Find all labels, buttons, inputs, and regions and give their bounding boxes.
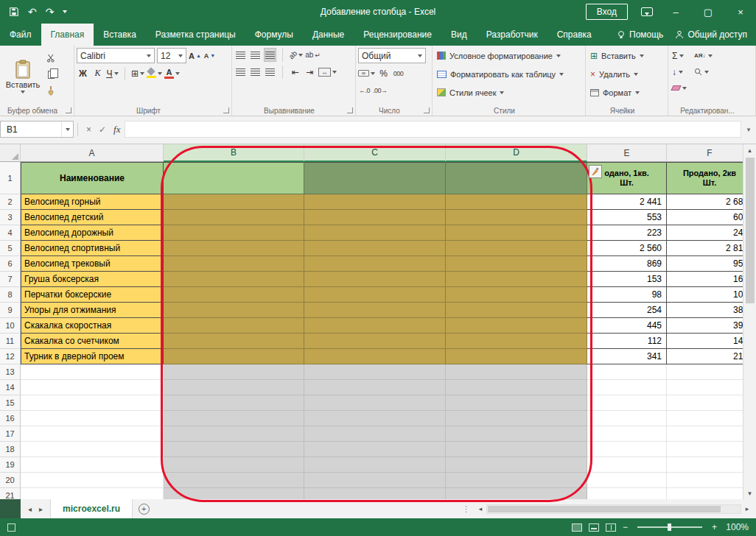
horizontal-scrollbar[interactable]: ◂ ▸ bbox=[475, 499, 756, 518]
cell-empty[interactable] bbox=[667, 411, 743, 426]
row-header[interactable]: 13 bbox=[0, 364, 21, 380]
cell-selected[interactable] bbox=[164, 334, 304, 349]
borders-button[interactable]: ⊞ bbox=[131, 66, 144, 80]
cell-empty[interactable] bbox=[21, 395, 164, 411]
cell-c1[interactable] bbox=[304, 162, 446, 194]
cell-selected-empty[interactable] bbox=[446, 380, 587, 395]
row-header[interactable]: 7 bbox=[0, 272, 21, 287]
cell-name[interactable]: Велосипед детский bbox=[21, 210, 164, 225]
row-header[interactable]: 5 bbox=[0, 241, 21, 256]
scroll-down-arrow[interactable]: ▾ bbox=[748, 487, 752, 499]
cell-selected-empty[interactable] bbox=[304, 426, 446, 442]
delete-cells-button[interactable]: × Удалить bbox=[588, 66, 665, 82]
cell-selected[interactable] bbox=[164, 287, 304, 303]
cell-name[interactable]: Скакалка скоростная bbox=[21, 318, 164, 334]
cell-empty[interactable] bbox=[667, 426, 743, 442]
row-header[interactable]: 14 bbox=[0, 380, 21, 395]
row-header[interactable]: 2 bbox=[0, 194, 21, 210]
cell-selected[interactable] bbox=[446, 349, 587, 364]
cell-q1[interactable]: 254 bbox=[587, 303, 667, 318]
cell-empty[interactable] bbox=[667, 380, 743, 395]
cell-selected-empty[interactable] bbox=[164, 411, 304, 426]
cell-q2[interactable]: 2 689 bbox=[667, 194, 743, 210]
cell-name[interactable]: Перчатки боксерские bbox=[21, 287, 164, 303]
paste-button[interactable]: Вставить bbox=[2, 48, 43, 105]
row-header[interactable]: 4 bbox=[0, 225, 21, 241]
number-format-combo[interactable]: Общий bbox=[358, 48, 426, 63]
cell-empty[interactable] bbox=[21, 473, 164, 488]
insert-function-button[interactable]: fx bbox=[113, 124, 120, 135]
row-header[interactable]: 19 bbox=[0, 457, 21, 473]
cell-selected-empty[interactable] bbox=[304, 442, 446, 457]
dialog-launcher-icon[interactable] bbox=[347, 107, 353, 113]
decrease-decimal-button[interactable]: .00→ bbox=[373, 83, 388, 97]
clear-button[interactable] bbox=[672, 82, 687, 94]
increase-decimal-button[interactable]: ←.0 bbox=[358, 83, 371, 97]
cell-selected[interactable] bbox=[304, 272, 446, 287]
cell-selected-empty[interactable] bbox=[304, 380, 446, 395]
shrink-font-button[interactable]: А▼ bbox=[203, 49, 216, 63]
name-box[interactable]: B1 bbox=[0, 121, 74, 138]
cell-empty[interactable] bbox=[667, 488, 743, 499]
format-cells-button[interactable]: Формат bbox=[588, 85, 665, 100]
grow-font-button[interactable]: А▲ bbox=[189, 49, 201, 63]
column-header-d-selected[interactable]: D bbox=[446, 144, 587, 162]
cell-selected-empty[interactable] bbox=[446, 411, 587, 426]
find-select-button[interactable] bbox=[694, 66, 713, 78]
cell-selected[interactable] bbox=[446, 318, 587, 334]
cell-selected[interactable] bbox=[304, 194, 446, 210]
cell-name[interactable]: Велосипед трековый bbox=[21, 256, 164, 272]
cell-q1[interactable]: 153 bbox=[587, 272, 667, 287]
cell-empty[interactable] bbox=[587, 473, 667, 488]
align-left-button[interactable] bbox=[234, 65, 247, 79]
cell-selected[interactable] bbox=[164, 318, 304, 334]
tab-developer[interactable]: Разработчик bbox=[477, 24, 547, 46]
maximize-button[interactable]: ▢ bbox=[699, 7, 718, 18]
cell-q1[interactable]: 2 560 bbox=[587, 241, 667, 256]
cell-selected[interactable] bbox=[304, 334, 446, 349]
cell-empty[interactable] bbox=[21, 380, 164, 395]
format-as-table-button[interactable]: Форматировать как таблицу bbox=[435, 66, 583, 82]
cell-selected[interactable] bbox=[164, 194, 304, 210]
tab-page-layout[interactable]: Разметка страницы bbox=[146, 24, 245, 46]
scroll-up-arrow[interactable]: ▴ bbox=[748, 144, 752, 156]
tab-file[interactable]: Файл bbox=[0, 24, 41, 46]
cell-name[interactable]: Груша боксерская bbox=[21, 272, 164, 287]
cell-q1[interactable]: 2 441 bbox=[587, 194, 667, 210]
align-bottom-button[interactable] bbox=[264, 48, 276, 62]
expand-formula-bar-button[interactable]: ▾ bbox=[741, 126, 756, 133]
cell-selected-empty[interactable] bbox=[446, 473, 587, 488]
tab-help[interactable]: Справка bbox=[547, 24, 601, 46]
cell-selected[interactable] bbox=[164, 349, 304, 364]
copy-button[interactable] bbox=[46, 68, 55, 80]
cell-empty[interactable] bbox=[587, 364, 667, 380]
zoom-level[interactable]: 100% bbox=[724, 522, 749, 532]
cell-selected[interactable] bbox=[304, 318, 446, 334]
cell-selected[interactable] bbox=[446, 272, 587, 287]
cell-empty[interactable] bbox=[587, 411, 667, 426]
cell-selected-empty[interactable] bbox=[164, 380, 304, 395]
chevron-down-icon[interactable] bbox=[61, 121, 73, 137]
cell-selected-empty[interactable] bbox=[164, 364, 304, 380]
normal-view-button[interactable] bbox=[572, 523, 582, 532]
confirm-entry-button[interactable]: ✓ bbox=[99, 124, 106, 135]
cell-selected[interactable] bbox=[164, 225, 304, 241]
cell-name[interactable]: Упоры для отжимания bbox=[21, 303, 164, 318]
cell-empty[interactable] bbox=[587, 488, 667, 499]
zoom-out-button[interactable]: − bbox=[623, 522, 628, 532]
cell-q2[interactable]: 2 810 bbox=[667, 241, 743, 256]
sign-in-button[interactable]: Вход bbox=[586, 4, 628, 20]
row-header[interactable]: 8 bbox=[0, 287, 21, 303]
cell-selected[interactable] bbox=[446, 334, 587, 349]
cell-empty[interactable] bbox=[667, 457, 743, 473]
cell-q2[interactable]: 214 bbox=[667, 349, 743, 364]
cell-empty[interactable] bbox=[667, 442, 743, 457]
align-top-button[interactable] bbox=[234, 48, 247, 62]
cell-selected[interactable] bbox=[304, 241, 446, 256]
increase-indent-button[interactable]: ⇥ bbox=[304, 65, 316, 79]
cell-empty[interactable] bbox=[21, 364, 164, 380]
accounting-format-button[interactable] bbox=[358, 66, 375, 80]
align-center-button[interactable] bbox=[249, 65, 262, 79]
column-header-c-selected[interactable]: C bbox=[304, 144, 446, 162]
cell-name[interactable]: Велосипед горный bbox=[21, 194, 164, 210]
